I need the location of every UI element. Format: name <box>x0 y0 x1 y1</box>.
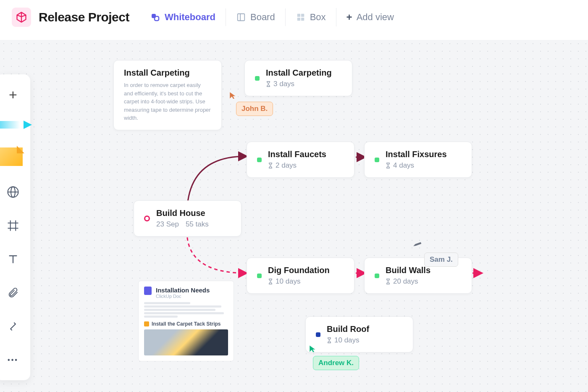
sticky-note-tool[interactable] <box>0 147 26 166</box>
task-title: Build Walls <box>386 266 430 275</box>
task-duration: 10 days <box>327 336 369 345</box>
doc-embedded-image <box>144 329 228 355</box>
user-tag-sam: Sam J. <box>424 253 458 267</box>
task-duration: 3 days <box>266 80 332 88</box>
task-duration: 10 days <box>268 277 330 286</box>
tab-whiteboard[interactable]: Whiteboard <box>140 8 226 26</box>
text-tool-icon[interactable] <box>5 252 21 267</box>
project-task-count: 55 taks <box>186 220 209 229</box>
task-title: Install Carpeting <box>266 68 332 78</box>
status-indicator <box>257 274 262 278</box>
more-tool-icon[interactable]: ••• <box>5 353 21 368</box>
pen-tool[interactable] <box>0 121 29 129</box>
tab-box[interactable]: Box <box>285 8 336 26</box>
task-card-install-fixures[interactable]: Install Fixsures 4 days <box>364 142 472 178</box>
task-title: Dig Foundation <box>268 266 330 275</box>
doc-text-line <box>144 312 224 314</box>
task-duration: 2 days <box>268 161 326 170</box>
project-date: 23 Sep <box>156 220 179 229</box>
status-indicator <box>255 76 260 81</box>
tab-label: Board <box>250 12 275 23</box>
web-tool-icon[interactable] <box>5 184 21 200</box>
hourglass-icon <box>386 163 391 168</box>
project-title-wrap: Release Project <box>12 8 129 27</box>
whiteboard-toolbar: + ••• <box>0 74 30 380</box>
task-title: Build Roof <box>327 324 369 334</box>
add-tool[interactable]: + <box>5 87 21 102</box>
svg-rect-7 <box>301 18 304 21</box>
project-logo-icon <box>12 8 31 27</box>
doc-header: Installation Needs ClickUp Doc <box>144 287 228 299</box>
svg-rect-0 <box>152 14 156 18</box>
tab-add-view[interactable]: + Add view <box>336 8 404 26</box>
header: Release Project Whiteboard Board Box + A… <box>0 0 588 34</box>
hourglass-icon <box>268 163 273 168</box>
connector-tool-icon[interactable] <box>5 319 21 334</box>
hourglass-icon <box>386 279 391 284</box>
tab-board[interactable]: Board <box>226 8 285 26</box>
task-card-install-faucets[interactable]: Install Faucets 2 days <box>247 142 354 178</box>
task-card-install-carpeting[interactable]: Install Carpeting 3 days <box>244 60 352 96</box>
tab-label: Whiteboard <box>165 12 215 23</box>
note-card-carpeting[interactable]: Install Carpeting In order to remove car… <box>113 60 222 130</box>
note-body: In order to remove carpet easily and eff… <box>124 81 211 122</box>
frame-tool-icon[interactable] <box>5 218 21 233</box>
status-indicator <box>144 216 150 221</box>
task-title: Install Fixsures <box>386 150 447 159</box>
doc-card-installation-needs[interactable]: Installation Needs ClickUp Doc Install t… <box>138 281 234 361</box>
user-tag-andrew: Andrew K. <box>313 356 359 370</box>
whiteboard-icon <box>150 12 160 22</box>
project-title: Build House <box>156 208 209 218</box>
project-title: Release Project <box>39 10 129 24</box>
box-icon <box>296 12 306 22</box>
svg-rect-4 <box>297 14 300 17</box>
project-meta: 23 Sep 55 taks <box>156 220 209 229</box>
task-card-dig-foundation[interactable]: Dig Foundation 10 days <box>247 258 354 294</box>
cursor-john-icon <box>229 91 236 99</box>
hourglass-icon <box>327 337 332 343</box>
status-indicator <box>257 158 262 162</box>
hourglass-icon <box>266 81 271 87</box>
cursor-andrew-icon <box>309 345 316 352</box>
connector-dashed-3 <box>472 269 485 278</box>
hourglass-icon <box>268 279 273 284</box>
doc-icon <box>144 287 152 295</box>
plus-icon: + <box>346 11 352 23</box>
project-card-build-house[interactable]: Build House 23 Sep 55 taks <box>134 200 242 237</box>
svg-rect-2 <box>238 14 245 21</box>
view-tabs: Whiteboard Board Box + Add view <box>140 8 404 26</box>
doc-text-line <box>144 305 221 308</box>
tab-label: Box <box>310 12 326 23</box>
pencil-cursor-sam-icon <box>412 239 422 249</box>
doc-section-header: Install the Carpet Tack Strips <box>144 321 228 327</box>
svg-rect-1 <box>155 16 159 21</box>
doc-subtitle: ClickUp Doc <box>156 294 210 299</box>
whiteboard-canvas[interactable]: + ••• <box>0 40 588 392</box>
note-title: Install Carpeting <box>124 68 211 78</box>
doc-text-line <box>144 309 215 311</box>
task-card-build-roof[interactable]: Build Roof 10 days <box>305 316 413 353</box>
board-icon <box>236 12 246 22</box>
doc-text-line <box>144 316 178 318</box>
user-tag-john: John B. <box>236 102 273 116</box>
status-indicator <box>375 274 379 278</box>
status-indicator <box>375 158 379 162</box>
status-indicator <box>316 332 320 337</box>
svg-rect-5 <box>301 14 304 17</box>
doc-section-title: Install the Carpet Tack Strips <box>152 321 221 327</box>
task-duration: 4 days <box>386 161 447 170</box>
doc-bullet-icon <box>144 321 149 326</box>
task-duration: 20 days <box>386 277 430 286</box>
connector-dashed-1 <box>185 231 252 277</box>
attach-tool-icon[interactable] <box>5 285 21 300</box>
tab-label: Add view <box>357 12 394 23</box>
task-title: Install Faucets <box>268 150 326 159</box>
doc-title: Installation Needs <box>156 287 210 294</box>
svg-rect-6 <box>297 18 300 21</box>
doc-text-line <box>144 302 190 304</box>
